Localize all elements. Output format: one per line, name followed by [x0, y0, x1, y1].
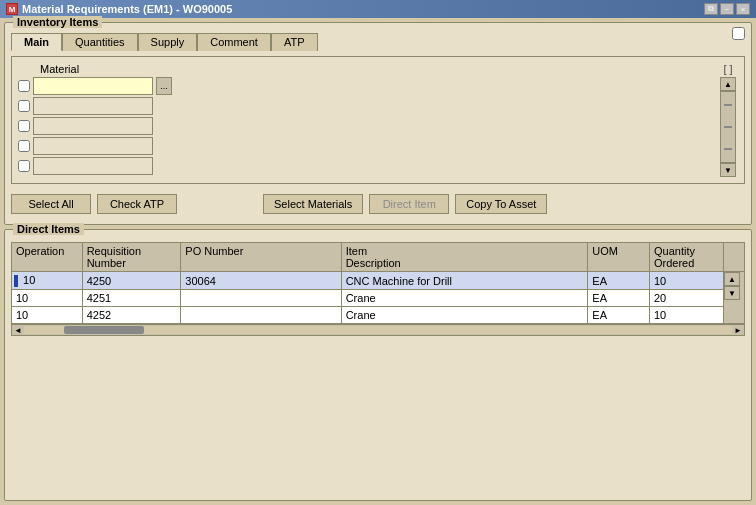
row-3-qty-ordered: 10 — [649, 307, 723, 324]
row-3-operation: 10 — [12, 307, 83, 324]
material-row-2 — [18, 97, 714, 115]
table-scroll-col: ▲ ▼ — [723, 272, 744, 324]
scroll-track-dot-1 — [724, 104, 732, 106]
title-bar-left: M Material Requirements (EM1) - WO90005 — [6, 3, 232, 15]
restore-button[interactable]: ⧉ — [704, 3, 718, 15]
direct-items-section: Direct Items Operation RequisitionNumber… — [4, 229, 752, 501]
material-row-2-checkbox[interactable] — [18, 100, 30, 112]
scroll-bracket: [ ] — [723, 63, 732, 75]
row-2-req-number: 4251 — [82, 290, 181, 307]
row-2-qty-ordered: 20 — [649, 290, 723, 307]
material-row-5 — [18, 157, 714, 175]
material-row-3-checkbox[interactable] — [18, 120, 30, 132]
col-header-po-number: PO Number — [181, 243, 341, 272]
row-2-po-number — [181, 290, 341, 307]
material-row-4-checkbox[interactable] — [18, 140, 30, 152]
tab-comment[interactable]: Comment — [197, 33, 271, 51]
scroll-track-dot-2 — [724, 126, 732, 128]
material-rows-container: Material ... — [18, 63, 714, 177]
row-3-req-number: 4252 — [82, 307, 181, 324]
col-header-qty-ordered: QuantityOrdered — [649, 243, 723, 272]
tab-content-main: Material ... — [11, 56, 745, 184]
scroll-right-arrow[interactable]: ► — [732, 326, 744, 335]
scroll-thumb[interactable] — [64, 326, 144, 334]
material-row-1-input[interactable] — [33, 77, 153, 95]
select-all-button[interactable]: Select All — [11, 194, 91, 214]
close-button[interactable]: × — [736, 3, 750, 15]
table-scroll-up[interactable]: ▲ — [724, 272, 740, 286]
col-header-operation: Operation — [12, 243, 83, 272]
direct-items-table-wrapper: Operation RequisitionNumber PO Number It… — [11, 242, 745, 324]
table-scroll-down[interactable]: ▼ — [724, 286, 740, 300]
title-bar: M Material Requirements (EM1) - WO90005 … — [0, 0, 756, 18]
scroll-track-dot-3 — [724, 148, 732, 150]
window-title: Material Requirements (EM1) - WO90005 — [22, 3, 232, 15]
scroll-down-button[interactable]: ▼ — [720, 163, 736, 177]
col-header-uom: UOM — [588, 243, 650, 272]
row-2-uom: EA — [588, 290, 650, 307]
material-row-5-input[interactable] — [33, 157, 153, 175]
select-materials-button[interactable]: Select Materials — [263, 194, 363, 214]
scroll-up-button[interactable]: ▲ — [720, 77, 736, 91]
table-row[interactable]: 10 4250 30064 CNC Machine for Drill EA 1… — [12, 272, 745, 290]
material-row-4-input[interactable] — [33, 137, 153, 155]
material-row-4 — [18, 137, 714, 155]
material-row-1-browse[interactable]: ... — [156, 77, 172, 95]
scroll-left-arrow[interactable]: ◄ — [12, 326, 24, 335]
table-row[interactable]: 10 4252 Crane EA 10 — [12, 307, 745, 324]
tab-main[interactable]: Main — [11, 33, 62, 51]
col-header-item-desc: ItemDescription — [341, 243, 588, 272]
col-header-req-number: RequisitionNumber — [82, 243, 181, 272]
window-controls[interactable]: ⧉ − × — [704, 3, 750, 15]
check-atp-button[interactable]: Check ATP — [97, 194, 177, 214]
copy-to-asset-button[interactable]: Copy To Asset — [455, 194, 547, 214]
material-row-3 — [18, 117, 714, 135]
row-3-uom: EA — [588, 307, 650, 324]
row-3-item-desc: Crane — [341, 307, 588, 324]
material-row-5-checkbox[interactable] — [18, 160, 30, 172]
direct-items-table: Operation RequisitionNumber PO Number It… — [11, 242, 745, 324]
tab-supply[interactable]: Supply — [138, 33, 198, 51]
material-column-header: Material — [18, 63, 714, 75]
inventory-section-label: Inventory Items — [13, 16, 102, 28]
material-row-1: ... — [18, 77, 714, 95]
inventory-checkbox[interactable] — [732, 27, 745, 40]
row-1-po-number: 30064 — [181, 272, 341, 290]
material-row-2-input[interactable] — [33, 97, 153, 115]
row-2-operation: 10 — [12, 290, 83, 307]
horizontal-scrollbar[interactable]: ◄ ► — [11, 324, 745, 336]
material-row-1-checkbox[interactable] — [18, 80, 30, 92]
row-3-po-number — [181, 307, 341, 324]
table-row[interactable]: 10 4251 Crane EA 20 — [12, 290, 745, 307]
main-content: Inventory Items Main Quantities Supply C… — [0, 18, 756, 505]
action-buttons: Select All Check ATP Select Materials Di… — [11, 190, 745, 218]
table-header-row: Operation RequisitionNumber PO Number It… — [12, 243, 745, 272]
minimize-button[interactable]: − — [720, 3, 734, 15]
direct-items-section-label: Direct Items — [13, 223, 84, 235]
tab-quantities[interactable]: Quantities — [62, 33, 138, 51]
inventory-items-section: Inventory Items Main Quantities Supply C… — [4, 22, 752, 225]
direct-item-button[interactable]: Direct Item — [369, 194, 449, 214]
material-row-3-input[interactable] — [33, 117, 153, 135]
tab-bar: Main Quantities Supply Comment ATP — [11, 33, 745, 51]
row-1-req-number: 4250 — [82, 272, 181, 290]
row-1-operation: 10 — [12, 272, 83, 290]
row-2-item-desc: Crane — [341, 290, 588, 307]
row-1-uom: EA — [588, 272, 650, 290]
tab-atp[interactable]: ATP — [271, 33, 318, 51]
app-icon: M — [6, 3, 18, 15]
col-header-scroll — [723, 243, 744, 272]
row-1-qty-ordered: 10 — [649, 272, 723, 290]
material-grid: Material ... — [18, 63, 738, 177]
row-1-item-desc: CNC Machine for Drill — [341, 272, 588, 290]
